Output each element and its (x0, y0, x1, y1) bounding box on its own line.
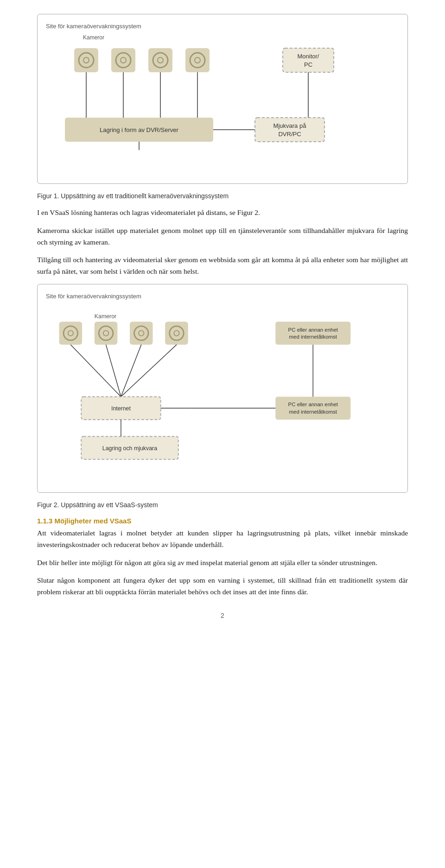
svg-rect-41 (275, 322, 350, 345)
svg-rect-25 (255, 118, 324, 142)
svg-rect-32 (95, 322, 118, 345)
section-text1: Att videomaterialet lagras i molnet bety… (37, 528, 408, 551)
svg-rect-35 (130, 322, 153, 345)
section-text2: Det blir heller inte möjligt för någon a… (37, 557, 408, 569)
paragraph2: Kamerorna skickar istället upp materiale… (37, 225, 408, 248)
fig1-cameras-label: Kameror (83, 34, 104, 41)
svg-rect-57 (275, 397, 350, 420)
page-number: 2 (37, 612, 408, 619)
svg-rect-9 (185, 48, 210, 72)
svg-text:Kameror: Kameror (95, 313, 116, 320)
svg-text:Lagring och mjukvara: Lagring och mjukvara (102, 445, 157, 452)
svg-text:Internet: Internet (111, 405, 131, 412)
svg-text:med internetåtkomst: med internetåtkomst (289, 334, 337, 340)
svg-line-46 (121, 345, 141, 396)
svg-rect-6 (148, 48, 172, 72)
section-text3: Slutar någon komponent att fungera dyker… (37, 575, 408, 598)
section-heading: 1.1.3 Möjligheter med VSaaS (37, 517, 408, 525)
svg-text:med internetåtkomst: med internetåtkomst (289, 409, 337, 415)
figure2-caption: Figur 2. Uppsättning av ett VSaaS-system (37, 501, 408, 509)
fig1-content: Kameror Monitor/ PC (46, 34, 399, 173)
svg-text:PC: PC (304, 61, 312, 68)
section-text1-rest: videomaterialet lagras i molnet betyder … (37, 529, 408, 548)
paragraph3: Tillgång till och hantering av videomate… (37, 254, 408, 277)
figure2-diagram: Site för kameraövervakningssystem Kamero… (37, 284, 408, 493)
svg-text:PC eller annan enhet: PC eller annan enhet (288, 402, 338, 407)
svg-rect-38 (165, 322, 188, 345)
paragraph1: I en VSaaS lösning hanteras och lagras v… (37, 207, 408, 219)
svg-rect-0 (74, 48, 98, 72)
fig1-site-label: Site för kameraövervakningssystem (46, 23, 399, 30)
fig2-svg: Kameror PC eller annan enhet med interne… (46, 304, 399, 480)
svg-text:PC eller annan enhet: PC eller annan enhet (288, 327, 338, 333)
svg-text:Monitor/: Monitor/ (298, 53, 319, 60)
fig1-svg: Monitor/ PC Lagring i form av DVR/Server (60, 44, 385, 173)
svg-rect-12 (283, 48, 334, 72)
svg-rect-3 (111, 48, 135, 72)
figure1-diagram: Site för kameraövervakningssystem Kamero… (37, 14, 408, 184)
svg-text:Mjukvara på: Mjukvara på (273, 122, 307, 129)
svg-text:DVR/PC: DVR/PC (278, 131, 301, 138)
svg-text:Lagring i form av DVR/Server: Lagring i form av DVR/Server (100, 126, 178, 133)
svg-rect-29 (59, 322, 83, 345)
svg-line-47 (121, 345, 177, 396)
att-prefix: Att (37, 529, 51, 537)
figure1-caption: Figur 1. Uppsättning av ett traditionell… (37, 192, 408, 200)
fig2-site-label: Site för kameraövervakningssystem (46, 293, 399, 300)
